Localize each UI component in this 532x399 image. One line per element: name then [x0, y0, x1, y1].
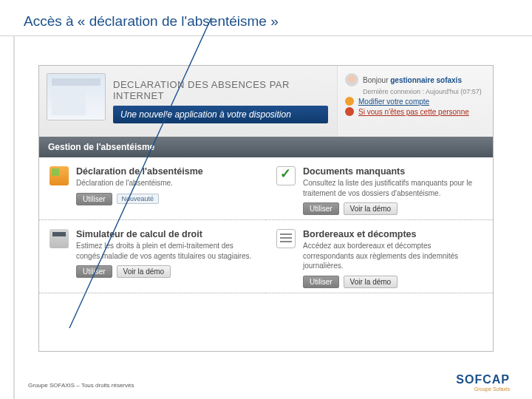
demo-button[interactable]: Voir la démo [344, 276, 398, 288]
declaration-icon [50, 166, 69, 185]
left-accent-bar [13, 35, 15, 399]
use-button[interactable]: Utiliser [76, 265, 112, 278]
edit-account-link[interactable]: Modifier votre compte [358, 98, 429, 106]
page-title: Accès à « déclaration de l'absentéisme » [24, 13, 514, 30]
module-desc: Consultez la liste des justificatifs man… [303, 178, 482, 198]
footer-copyright: Groupe SOFAXIS – Tous droits réservés [28, 382, 134, 389]
module-bordereaux: Bordereaux et décomptes Accédez aux bord… [266, 220, 493, 293]
user-box: Bonjour gestionnaire sofaxis Dernière co… [338, 66, 493, 137]
title-rule [0, 35, 532, 36]
hero-row: DECLARATION DES ABSENCES PAR INTERNET Un… [39, 66, 493, 137]
module-simulateur: Simulateur de calcul de droit Estimez le… [39, 220, 266, 293]
use-button[interactable]: Utiliser [303, 202, 339, 215]
module-title: Simulateur de calcul de droit [76, 229, 256, 239]
module-documents: Documents manquants Consultez la liste d… [266, 157, 493, 220]
use-button[interactable]: Utiliser [76, 193, 112, 205]
calculator-icon [50, 229, 69, 248]
footer-logo: SOFCAP Groupe Sofaxis [456, 373, 510, 392]
list-icon [276, 229, 296, 248]
hero-headline: DECLARATION DES ABSENCES PAR INTERNET [113, 79, 328, 101]
screenshot-thumb-icon [47, 73, 106, 120]
brand-tagline: Groupe Sofaxis [456, 386, 510, 392]
module-desc: Accédez aux bordereaux et décomptes corr… [303, 241, 482, 271]
demo-button[interactable]: Voir la démo [344, 202, 398, 215]
new-badge: Nouveauté [117, 194, 160, 204]
last-login-text: Dernière connexion : Aujourd'hui (07:57) [363, 88, 485, 95]
brand-text: SOFCAP [456, 373, 510, 386]
pencil-icon [345, 97, 354, 106]
hero-banner: DECLARATION DES ABSENCES PAR INTERNET Un… [39, 66, 338, 137]
greeting-text: Bonjour gestionnaire sofaxis [363, 76, 462, 84]
module-desc: Déclaration de l'absentéisme. [76, 178, 256, 188]
module-declaration: Déclaration de l'absentéisme Déclaration… [39, 157, 266, 220]
module-title: Déclaration de l'absentéisme [76, 166, 256, 177]
module-title: Bordereaux et décomptes [303, 229, 482, 239]
use-button[interactable]: Utiliser [303, 276, 339, 288]
hero-subhead: Une nouvelle application à votre disposi… [113, 106, 328, 123]
module-title: Documents manquants [303, 166, 482, 177]
module-desc: Estimez les droits à plein et demi-trait… [76, 241, 256, 261]
section-header: Gestion de l'absentéisme [39, 137, 493, 157]
demo-button[interactable]: Voir la démo [117, 265, 171, 278]
modules-grid: Déclaration de l'absentéisme Déclaration… [39, 157, 493, 293]
app-window: DECLARATION DES ABSENCES PAR INTERNET Un… [38, 65, 494, 352]
cross-icon [345, 107, 354, 116]
check-icon [276, 166, 296, 185]
not-you-link[interactable]: Si vous n'êtes pas cette personne [358, 108, 469, 116]
avatar-icon [345, 73, 358, 86]
